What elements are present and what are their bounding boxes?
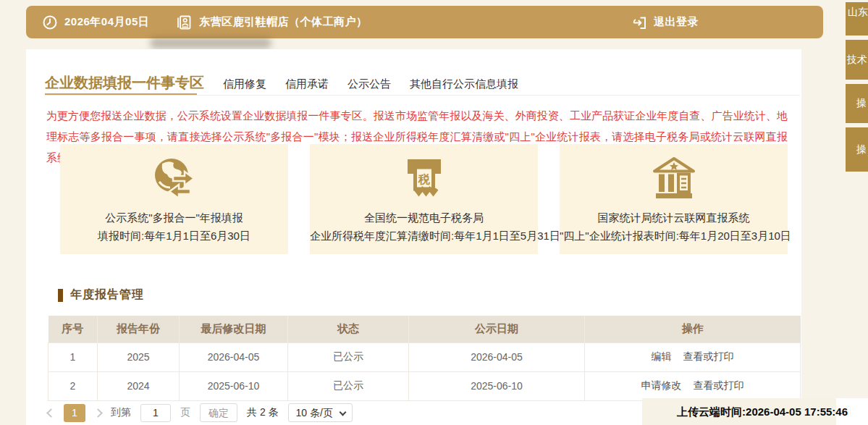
- tab-enterprise-data-filing[interactable]: 企业数据填报一件事专区: [45, 73, 204, 93]
- annual-report-section-header: 年度报告管理: [58, 287, 144, 303]
- card-subtitle: "四上"企业统计报表时间:每年1月20日至3月10日: [560, 230, 788, 243]
- page-unit-label: 页: [180, 406, 190, 419]
- table-row: 2 2024 2025-06-10 已公示 2025-06-10 申请修改 查看…: [49, 371, 801, 400]
- goto-label: 到第: [111, 406, 131, 419]
- svg-text:税: 税: [418, 173, 430, 185]
- cell-year: 2024: [98, 371, 180, 400]
- page-number-input[interactable]: [140, 404, 171, 422]
- pagination-bar: 1 到第 页 确定 共 2 条 10 条/页: [48, 403, 353, 422]
- total-count-label: 共 2 条: [247, 406, 279, 419]
- card-statistics-direct-report[interactable]: 国家统计局统计云联网直报系统 "四上"企业统计报表时间:每年1月20日至3月10…: [560, 144, 788, 254]
- side-tab-label: 操: [856, 97, 867, 110]
- company-name: 东营区鹿引鞋帽店（个体工商户）: [199, 15, 368, 29]
- col-index: 序号: [49, 316, 98, 342]
- col-publish-date: 公示日期: [409, 316, 585, 342]
- cell-status: 已公示: [288, 342, 409, 371]
- edit-link[interactable]: 编辑: [652, 350, 672, 362]
- upload-time-label: 上传云端时间:2026-04-05 17:55:46: [677, 405, 848, 419]
- col-operations: 操作: [585, 316, 801, 342]
- tab-other-self-disclosure[interactable]: 其他自行公示信息填报: [410, 77, 518, 91]
- table-row: 1 2025 2026-04-05 已公示 2026-04-05 编辑 查看或打…: [49, 342, 801, 371]
- side-tab-label: 技术: [847, 54, 867, 67]
- tab-bar-divider: [45, 95, 800, 96]
- prev-page-icon[interactable]: [46, 408, 56, 418]
- cell-modified: 2025-06-10: [180, 371, 288, 400]
- card-annual-report-filing[interactable]: 公示系统"多报合一"年报填报 填报时间:每年1月1日至6月30日: [60, 144, 288, 254]
- tab-credit-promise[interactable]: 信用承诺: [285, 77, 329, 91]
- col-report-year: 报告年份: [98, 316, 180, 342]
- section-title: 年度报告管理: [70, 287, 144, 303]
- tab-public-notice[interactable]: 公示公告: [347, 77, 391, 91]
- col-status: 状态: [288, 316, 409, 342]
- card-subtitle: 企业所得税年度汇算清缴时间:每年1月1日至5月31日: [310, 230, 538, 243]
- cell-published: 2026-04-05: [409, 342, 585, 371]
- chevron-down-icon: [339, 409, 346, 416]
- bank-icon: [560, 154, 788, 206]
- confirm-button[interactable]: 确定: [200, 403, 237, 422]
- card-electronic-tax-bureau[interactable]: 税 全国统一规范电子税务局 企业所得税年度汇算清缴时间:每年1月1日至5月31日: [310, 144, 538, 254]
- view-or-print-link[interactable]: 查看或打印: [683, 350, 733, 362]
- side-tab-shandong[interactable]: 山东: [846, 2, 868, 35]
- annual-report-table: 序号 报告年份 最后修改日期 状态 公示日期 操作 1 2025 2026-04…: [48, 316, 801, 401]
- table-header-row: 序号 报告年份 最后修改日期 状态 公示日期 操作: [49, 316, 801, 342]
- logout-icon: [631, 14, 647, 30]
- main-panel: 企业数据填报一件事专区 信用修复 信用承诺 公示公告 其他自行公示信息填报 为更…: [26, 49, 801, 425]
- logout-button[interactable]: 退出登录: [631, 6, 699, 38]
- card-subtitle: 填报时间:每年1月1日至6月30日: [60, 230, 288, 243]
- current-page-button[interactable]: 1: [64, 404, 85, 422]
- cell-operations: 申请修改 查看或打印: [585, 371, 801, 400]
- col-last-modified: 最后修改日期: [180, 316, 288, 342]
- feature-card-row: 公示系统"多报合一"年报填报 填报时间:每年1月1日至6月30日 税 全国统一规…: [60, 144, 788, 254]
- cell-status: 已公示: [288, 371, 409, 400]
- topbar-date-group: 2026年04月05日: [42, 6, 149, 38]
- side-tab-label: 操: [856, 143, 867, 156]
- current-date: 2026年04月05日: [64, 15, 149, 29]
- topbar: 2026年04月05日 东营区鹿引鞋帽店（个体工商户） 退出登录: [26, 6, 823, 38]
- topbar-company-group: 东营区鹿引鞋帽店（个体工商户）: [177, 6, 368, 38]
- view-or-print-link[interactable]: 查看或打印: [693, 379, 743, 391]
- tab-credit-repair[interactable]: 信用修复: [223, 77, 266, 91]
- card-title: 全国统一规范电子税务局: [310, 211, 538, 225]
- side-tab-label: 山东: [848, 6, 868, 17]
- topbar-dropdown-shadow: [150, 38, 271, 49]
- card-title: 国家统计局统计云联网直报系统: [560, 211, 788, 225]
- cell-index: 2: [49, 371, 98, 400]
- card-title: 公示系统"多报合一"年报填报: [60, 211, 288, 225]
- cell-modified: 2026-04-05: [180, 342, 288, 371]
- next-page-icon[interactable]: [93, 408, 103, 418]
- section-marker: [58, 289, 63, 302]
- side-tab-guide-2[interactable]: 操: [846, 127, 868, 172]
- apply-modify-link[interactable]: 申请修改: [641, 379, 682, 391]
- tab-bar: 企业数据填报一件事专区 信用修复 信用承诺 公示公告 其他自行公示信息填报: [45, 73, 518, 93]
- side-tab-guide-1[interactable]: 操: [846, 84, 868, 123]
- clock-icon: [42, 14, 58, 30]
- cell-published: 2025-06-10: [409, 371, 585, 400]
- page-size-select[interactable]: 10 条/页: [288, 403, 353, 422]
- side-tab-tech[interactable]: 技术: [846, 40, 868, 80]
- cell-operations: 编辑 查看或打印: [585, 342, 801, 371]
- id-badge-icon: [177, 14, 193, 30]
- tax-badge-icon: 税: [310, 154, 538, 206]
- cell-year: 2025: [98, 342, 180, 371]
- logout-label: 退出登录: [654, 15, 699, 29]
- cell-index: 1: [49, 342, 98, 371]
- page-size-value: 10 条/页: [296, 407, 333, 418]
- globe-swap-icon: [60, 154, 288, 206]
